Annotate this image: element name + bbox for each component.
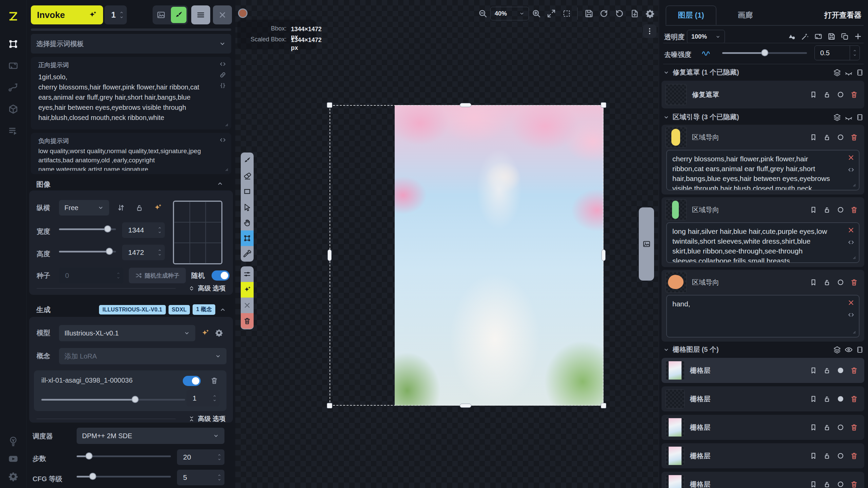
- scheduler-select[interactable]: DPM++ 2M SDE: [77, 428, 224, 444]
- delete-layer-icon[interactable]: [850, 423, 858, 431]
- new-canvas-button[interactable]: [630, 9, 639, 18]
- raster-section-header[interactable]: 栅格图层 (5 个): [663, 345, 864, 354]
- bbox-handle-se[interactable]: [601, 403, 606, 408]
- delete-layer-icon[interactable]: [850, 133, 858, 141]
- region-prompt-input[interactable]: hand,: [666, 295, 860, 338]
- lora-delete-icon[interactable]: [210, 377, 218, 385]
- bbox-tool[interactable]: [241, 230, 254, 246]
- collapse-image-section-icon[interactable]: [217, 180, 223, 187]
- bookmark-icon[interactable]: [809, 480, 817, 488]
- canvas-settings-button[interactable]: [645, 9, 655, 18]
- cfg-input[interactable]: 5: [177, 470, 224, 485]
- enabled-circle-icon[interactable]: [836, 423, 845, 431]
- wand-icon[interactable]: [801, 32, 809, 41]
- delete-layer-icon[interactable]: [850, 452, 858, 460]
- lock-aspect-icon[interactable]: [135, 203, 144, 212]
- embed-code-icon[interactable]: [219, 136, 226, 144]
- panel-menu-button[interactable]: [191, 5, 210, 24]
- positive-prompt-box[interactable]: 正向提示词 1girl,solo, cherry blossoms,hair f…: [31, 57, 231, 129]
- image-advanced-options[interactable]: 高级 选项: [189, 284, 225, 293]
- unlock-icon[interactable]: [823, 452, 831, 460]
- collapse-generation-section-icon[interactable]: [219, 306, 226, 313]
- braces-icon[interactable]: [219, 82, 226, 89]
- random-seed-button[interactable]: 随机生成种子: [129, 268, 186, 283]
- link-prompts-icon[interactable]: [219, 71, 226, 79]
- enabled-circle-icon[interactable]: [836, 206, 845, 214]
- region-prompt-input[interactable]: cherry blossoms,hair flower,pink flower,…: [666, 150, 860, 190]
- unlock-icon[interactable]: [823, 133, 831, 141]
- fit-view-button[interactable]: [547, 9, 556, 18]
- seed-steppers[interactable]: [116, 271, 121, 280]
- undo-button[interactable]: [599, 9, 609, 18]
- delete-layer-icon[interactable]: [850, 90, 858, 99]
- denoise-slider[interactable]: [722, 49, 807, 56]
- cancel-button[interactable]: [241, 298, 254, 313]
- bbox-handle-sw[interactable]: [327, 403, 332, 408]
- raster-layer-row[interactable]: 栅格层: [662, 358, 864, 383]
- enabled-circle-icon[interactable]: [836, 133, 845, 141]
- color-picker-tool[interactable]: [241, 246, 254, 262]
- raster-layer-row[interactable]: 栅格层: [662, 472, 864, 488]
- negative-prompt-text[interactable]: low quality,worst quality,normal quality…: [38, 146, 212, 171]
- save-layer-icon[interactable]: [827, 32, 836, 41]
- bookmark-icon[interactable]: [809, 366, 817, 374]
- bookmark-icon[interactable]: [809, 206, 817, 214]
- enabled-circle-icon[interactable]: [836, 452, 845, 460]
- width-steppers[interactable]: [157, 226, 162, 234]
- unlock-icon[interactable]: [823, 395, 831, 403]
- unlock-icon[interactable]: [823, 480, 831, 488]
- delete-layer-icon[interactable]: [850, 366, 858, 374]
- remove-prompt-icon[interactable]: [847, 299, 855, 306]
- regional-section-header[interactable]: 区域引导 (3 个已隐藏): [663, 113, 864, 122]
- resize-handle-icon[interactable]: [850, 253, 857, 260]
- resize-handle-icon[interactable]: [850, 181, 857, 188]
- prompt-template-select[interactable]: 选择提示词模板: [31, 34, 231, 54]
- model-settings-icon[interactable]: [215, 329, 223, 337]
- bbox-handle-e[interactable]: [601, 249, 606, 261]
- bookmark-icon[interactable]: [809, 452, 817, 460]
- merge-layers-icon[interactable]: [833, 346, 841, 354]
- add-layer-icon[interactable]: [854, 32, 862, 41]
- negative-prompt-box[interactable]: 负向提示词 low quality,worst quality,normal q…: [31, 133, 231, 174]
- optimize-size-icon[interactable]: [153, 203, 162, 212]
- generation-bbox[interactable]: [330, 105, 604, 406]
- panel-close-button[interactable]: [213, 5, 232, 24]
- rail-item-support[interactable]: [0, 432, 26, 450]
- raster-layer-row[interactable]: 栅格层: [662, 415, 864, 440]
- zoom-in-button[interactable]: [532, 9, 541, 18]
- duplicate-icon[interactable]: [841, 32, 849, 41]
- delete-layer-icon[interactable]: [850, 206, 858, 214]
- invoke-region-button[interactable]: [241, 282, 254, 298]
- positive-prompt-text[interactable]: 1girl,solo, cherry blossoms,hair flower,…: [38, 72, 212, 127]
- filmstrip-icon[interactable]: [856, 346, 864, 353]
- raster-layer-row[interactable]: 栅格层: [662, 443, 864, 468]
- unlock-icon[interactable]: [823, 278, 831, 286]
- embed-code-icon[interactable]: [847, 311, 855, 319]
- height-slider[interactable]: [59, 248, 116, 255]
- delete-layer-icon[interactable]: [850, 480, 858, 488]
- rail-item-models[interactable]: [0, 100, 26, 118]
- filmstrip-icon[interactable]: [856, 114, 864, 121]
- gallery-panel-handle[interactable]: [639, 207, 654, 281]
- embed-code-icon[interactable]: [847, 239, 855, 246]
- opacity-select[interactable]: 100%: [687, 30, 725, 43]
- bookmark-icon[interactable]: [809, 133, 817, 141]
- aspect-select[interactable]: Free: [59, 200, 109, 216]
- unlock-icon[interactable]: [823, 366, 831, 374]
- denoise-steppers[interactable]: [850, 46, 860, 60]
- steps-input[interactable]: 20: [177, 449, 224, 465]
- brush-mode-button[interactable]: [171, 7, 186, 23]
- raster-layer-row[interactable]: 栅格层: [662, 386, 864, 411]
- height-steppers[interactable]: [157, 248, 162, 257]
- lora-weight-input[interactable]: 1: [186, 390, 220, 406]
- color-swatch[interactable]: [238, 8, 248, 18]
- cfg-slider[interactable]: [77, 473, 171, 480]
- model-sparkle-icon[interactable]: [201, 329, 210, 338]
- merge-layers-icon[interactable]: [833, 113, 841, 121]
- rail-item-canvas[interactable]: [0, 35, 26, 53]
- height-input[interactable]: 1472: [122, 245, 165, 260]
- enabled-circle-icon[interactable]: [836, 480, 845, 488]
- rail-item-upscale[interactable]: [0, 57, 26, 75]
- tab-gallery[interactable]: 画廊: [716, 5, 774, 25]
- remove-prompt-icon[interactable]: [847, 226, 855, 234]
